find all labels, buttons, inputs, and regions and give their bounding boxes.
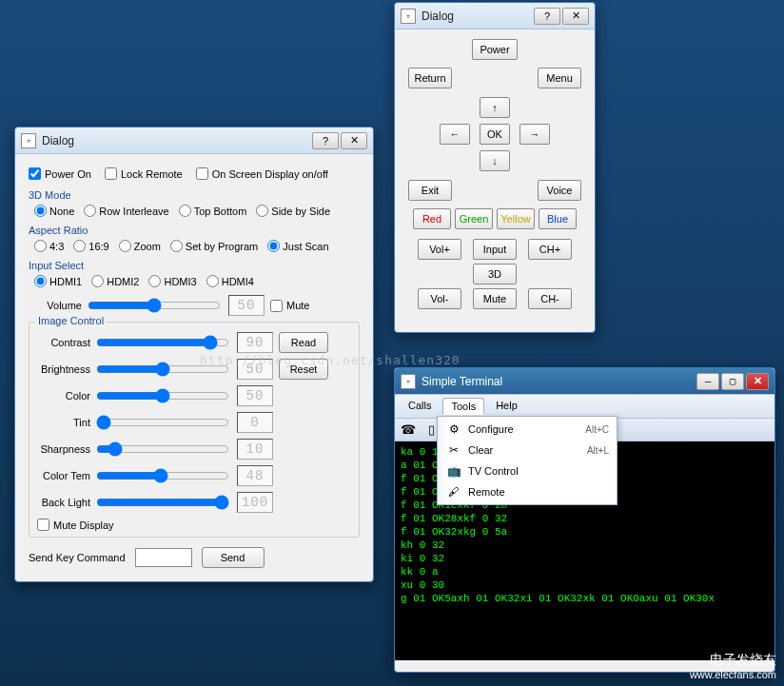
osd-checkbox[interactable]: On Screen Display on/off (196, 167, 328, 180)
titlebar[interactable]: ▫ Dialog ? ✕ (395, 3, 595, 29)
color-value: 50 (237, 385, 273, 406)
volume-slider[interactable] (88, 298, 221, 313)
volume-label: Volume (29, 300, 88, 311)
ok-button[interactable]: OK (480, 124, 510, 145)
window-icon: ▫ (401, 9, 416, 24)
phone-icon[interactable]: ☎ (399, 421, 418, 440)
mute-checkbox[interactable]: Mute (270, 300, 309, 312)
simple-terminal-window: ▫ Simple Terminal — ▢ ✕ Calls Tools Help… (394, 367, 775, 673)
sharpness-slider[interactable] (96, 441, 229, 457)
send-key-label: Send Key Command (29, 552, 126, 563)
mode3d-sidebyside[interactable]: Side by Side (256, 205, 330, 217)
menu-clear[interactable]: ✂ClearAlt+L (440, 440, 615, 461)
tools-dropdown: ⚙ConfigureAlt+C ✂ClearAlt+L 📺TV Control … (437, 416, 617, 505)
input-hdmi4[interactable]: HDMI4 (206, 275, 254, 287)
close-button[interactable]: ✕ (746, 373, 769, 390)
titlebar[interactable]: ▫ Dialog ? ✕ (15, 127, 373, 154)
red-button[interactable]: Red (413, 208, 451, 229)
lock-remote-checkbox[interactable]: Lock Remote (105, 167, 183, 180)
help-button[interactable]: ? (312, 132, 339, 149)
aspect-group: 4:3 16:9 Zoom Set by Program Just Scan (34, 240, 360, 252)
contrast-slider[interactable] (96, 335, 229, 350)
mute-display-checkbox[interactable]: Mute Display (37, 519, 311, 531)
right-button[interactable]: → (519, 124, 550, 145)
input-hdmi2[interactable]: HDMI2 (91, 275, 139, 287)
window-title: Simple Terminal (421, 375, 696, 388)
sharpness-label: Sharpness (37, 443, 96, 455)
close-button[interactable]: ✕ (341, 132, 367, 149)
colortemp-value: 48 (237, 465, 273, 486)
close-button[interactable]: ✕ (562, 8, 589, 25)
send-button[interactable]: Send (202, 547, 265, 568)
tint-slider[interactable] (96, 415, 229, 430)
chup-button[interactable]: CH+ (528, 239, 572, 260)
minimize-button[interactable]: — (696, 373, 719, 390)
aspect-label: Aspect Ratio (29, 225, 360, 236)
aspect-setbyprogram[interactable]: Set by Program (170, 240, 258, 252)
yellow-button[interactable]: Yellow (497, 208, 535, 229)
pen-icon: 🖋 (445, 484, 462, 500)
titlebar[interactable]: ▫ Simple Terminal — ▢ ✕ (395, 368, 774, 395)
menu-tvcontrol[interactable]: 📺TV Control (440, 461, 615, 481)
color-slider[interactable] (96, 388, 229, 403)
chdown-button[interactable]: CH- (528, 288, 572, 309)
mode3d-group: None Row Interleave Top Bottom Side by S… (34, 205, 360, 217)
voice-button[interactable]: Voice (538, 180, 581, 201)
brightness-label: Brightness (37, 363, 96, 375)
exit-button[interactable]: Exit (408, 180, 452, 201)
power-on-checkbox[interactable]: Power On (29, 167, 91, 180)
return-button[interactable]: Return (408, 68, 452, 88)
reset-button[interactable]: Reset (279, 359, 328, 380)
mode3d-none[interactable]: None (34, 205, 74, 217)
window-title: Dialog (421, 10, 534, 23)
blue-button[interactable]: Blue (539, 208, 577, 229)
contrast-label: Contrast (37, 337, 96, 348)
volup-button[interactable]: Vol+ (418, 239, 461, 260)
maximize-button[interactable]: ▢ (721, 373, 744, 390)
backlight-slider[interactable] (96, 495, 229, 510)
backlight-value: 100 (237, 492, 273, 513)
volume-value: 50 (228, 295, 265, 316)
aspect-43[interactable]: 4:3 (34, 240, 64, 252)
colortemp-slider[interactable] (96, 468, 229, 483)
input-button[interactable]: Input (473, 239, 517, 260)
window-title: Dialog (42, 134, 312, 147)
input-label: Input Select (29, 260, 360, 271)
image-control-title: Image Control (35, 315, 107, 326)
mute-button[interactable]: Mute (473, 288, 517, 309)
send-key-input[interactable] (135, 548, 192, 567)
3d-button[interactable]: 3D (473, 264, 517, 284)
menu-help[interactable]: Help (488, 398, 525, 415)
green-button[interactable]: Green (455, 208, 493, 229)
tint-value: 0 (237, 412, 273, 433)
menu-button[interactable]: Menu (538, 68, 581, 88)
help-button[interactable]: ? (534, 8, 560, 25)
menu-calls[interactable]: Calls (401, 398, 439, 415)
tv-icon: 📺 (445, 463, 462, 479)
menu-remote[interactable]: 🖋Remote (440, 481, 615, 502)
image-control-group: Image Control Contrast90Read Brightness5… (29, 322, 360, 538)
dialog-body: Power On Lock Remote On Screen Display o… (15, 154, 373, 581)
input-hdmi3[interactable]: HDMI3 (148, 275, 196, 287)
down-button[interactable]: ↓ (480, 150, 510, 171)
window-icon: ▫ (21, 133, 36, 148)
aspect-169[interactable]: 16:9 (73, 240, 108, 252)
aspect-justscan[interactable]: Just Scan (267, 240, 328, 252)
color-label: Color (37, 390, 96, 402)
brightness-slider[interactable] (96, 362, 229, 377)
mode3d-label: 3D Mode (29, 189, 360, 201)
menu-tools[interactable]: Tools (442, 398, 484, 415)
menu-configure[interactable]: ⚙ConfigureAlt+C (440, 419, 615, 440)
window-icon: ▫ (401, 374, 416, 389)
read-button[interactable]: Read (279, 332, 328, 353)
mode3d-topbottom[interactable]: Top Bottom (179, 205, 247, 217)
mode3d-row[interactable]: Row Interleave (84, 205, 168, 217)
left-button[interactable]: ← (440, 124, 470, 145)
menubar: Calls Tools Help ⚙ConfigureAlt+C ✂ClearA… (395, 395, 774, 419)
input-hdmi1[interactable]: HDMI1 (34, 275, 82, 287)
aspect-zoom[interactable]: Zoom (119, 240, 161, 252)
up-button[interactable]: ↑ (480, 97, 510, 118)
input-group: HDMI1 HDMI2 HDMI3 HDMI4 (34, 275, 360, 287)
voldown-button[interactable]: Vol- (418, 288, 461, 309)
power-button[interactable]: Power (472, 39, 518, 60)
